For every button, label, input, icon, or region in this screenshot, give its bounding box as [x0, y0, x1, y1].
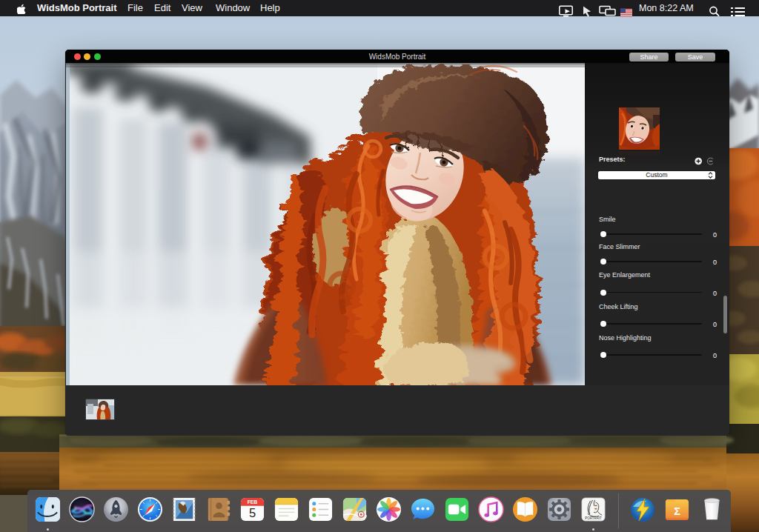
svg-text:Σ: Σ — [674, 505, 680, 517]
svg-text:FEB: FEB — [247, 499, 257, 505]
svg-text:5: 5 — [248, 506, 255, 520]
svg-text:PORTRAIT: PORTRAIT — [585, 516, 602, 520]
